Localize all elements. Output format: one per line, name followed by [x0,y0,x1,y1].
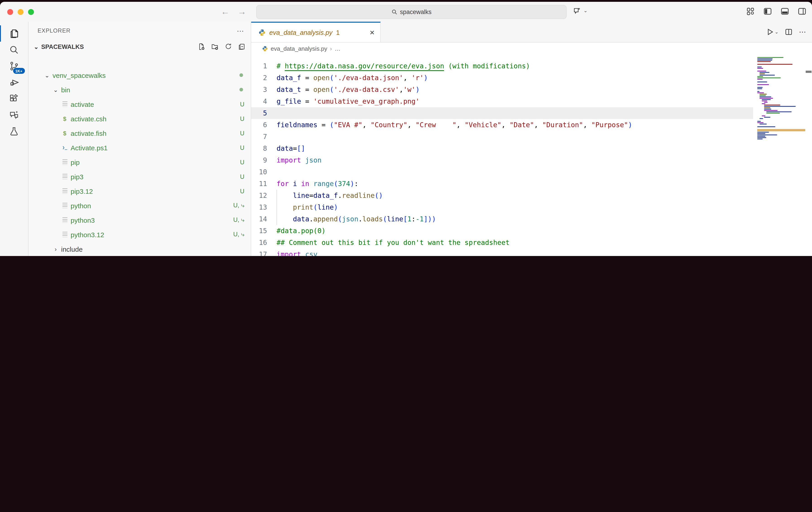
minimap-line [757,107,805,108]
back-icon[interactable]: ← [221,7,230,17]
views-more-actions-icon[interactable]: ⋯ [237,27,244,35]
tree-item[interactable]: python3U, ⤷ [29,213,251,227]
collapse-all-icon[interactable] [238,43,245,50]
tree-item[interactable]: pipU [29,155,251,169]
tree-item-label: pip3 [70,173,84,180]
editor-tab[interactable]: eva_data_analysis.py 1 ✕ [251,22,381,42]
line-content: print(line) [277,201,338,213]
minimap-line [757,66,805,67]
code-line[interactable]: 7 [251,131,753,143]
code-line[interactable]: 15#data.pop(0) [251,225,753,237]
split-editor-icon[interactable] [785,28,792,35]
code-line[interactable]: 5 [251,107,753,119]
toggle-panel-icon[interactable] [780,7,789,16]
code-line[interactable]: 12 line=data_f.readline() [251,190,753,201]
extensions-icon[interactable] [0,90,28,107]
chat-icon[interactable] [0,107,28,123]
search-icon[interactable] [0,41,28,58]
screen: ← → spacewalks ⌄ [0,0,812,256]
chevron-down-icon[interactable]: ⌄ [583,8,587,13]
minimap-line [757,99,805,100]
breadcrumb[interactable]: eva_data_analysis.py › … [251,42,812,54]
code-line[interactable]: 8data=[] [251,143,753,154]
minimap-line [757,96,805,97]
search-icon [391,9,397,15]
code-line[interactable]: 6fieldnames = ("EVA #", "Country", "Crew… [251,119,753,131]
line-number: 8 [251,143,271,154]
workspace-name: SPACEWALKS [41,43,84,50]
command-center-search[interactable]: spacewalks [256,5,567,19]
line-number: 10 [251,166,271,178]
tree-item-label: activate.csh [70,115,106,122]
zoom-window-button[interactable] [28,9,34,15]
minimize-window-button[interactable] [18,9,24,15]
minimap-line [757,84,805,85]
tree-item-label: venv_spacewalks [53,71,106,79]
minimap-line [757,79,805,80]
minimap-line [757,91,805,92]
forward-icon[interactable]: → [238,7,246,17]
tree-item[interactable]: $activate.fishU [29,126,251,140]
toggle-primary-sidebar-icon[interactable] [763,7,772,16]
code-editor[interactable]: 1# https://data.nasa.gov/resource/eva.js… [251,54,812,256]
breadcrumb-more[interactable]: … [335,45,341,52]
line-content: import csv [277,249,318,256]
copilot-chat-icon[interactable] [573,6,582,15]
code-line[interactable]: 1# https://data.nasa.gov/resource/eva.js… [251,60,753,72]
new-folder-icon[interactable] [211,43,219,50]
code-line[interactable]: 4g_file = 'cumulative_eva_graph.png' [251,95,753,107]
code-line[interactable]: 3data_t = open('./eva-data.csv','w') [251,84,753,95]
workspace-section-header[interactable]: ⌄ SPACEWALKS [29,40,251,53]
tree-item[interactable]: pip3.12U [29,184,251,198]
customize-layout-icon[interactable] [746,7,755,16]
minimap-line [757,86,805,86]
powershell-icon: ❯_ [61,145,68,150]
tree-item[interactable]: python3.12U, ⤷ [29,227,251,242]
minimap-line [757,123,805,124]
code-line[interactable]: 13 print(line) [251,201,753,213]
code-line[interactable]: 17import csv [251,249,753,256]
line-content: g_file = 'cumulative_eva_graph.png' [277,95,419,107]
new-file-icon[interactable] [198,43,205,50]
code-line[interactable]: 9import json [251,154,753,166]
source-control-icon[interactable]: 1K+ [0,58,28,74]
line-content: data_f = open('./eva-data.json', 'r') [277,72,428,84]
testing-beaker-icon[interactable] [0,123,28,139]
tree-item-label: bin [61,86,70,93]
tree-item[interactable]: activateU [29,97,251,111]
minimap-line [757,102,805,103]
run-debug-icon[interactable] [0,74,28,90]
explorer-icon[interactable] [0,25,28,41]
overview-ruler[interactable] [805,54,812,256]
chevron-right-icon: › [53,246,59,252]
tab-problems-badge: 1 [336,29,340,36]
refresh-icon[interactable] [225,43,232,50]
code-line[interactable]: 11for i in range(374): [251,178,753,190]
close-window-button[interactable] [7,9,13,15]
tree-item[interactable]: $activate.cshU [29,111,251,126]
close-tab-icon[interactable]: ✕ [370,29,375,36]
tree-item[interactable]: pythonU, ⤷ [29,198,251,213]
tree-item[interactable]: ⌄venv_spacewalks [29,68,251,82]
code-line[interactable]: 16## Comment out this bit if you don't w… [251,237,753,249]
tree-item-label: Activate.ps1 [70,144,108,151]
git-status-badge: U [240,115,244,122]
minimap-line [757,94,805,95]
minimap-line [757,73,805,74]
tree-item[interactable]: ›include [29,242,251,256]
code-line[interactable]: 2data_f = open('./eva-data.json', 'r') [251,72,753,84]
minimap[interactable] [757,57,805,140]
tree-item[interactable]: ⌄bin [29,82,251,97]
code-line[interactable]: 10 [251,166,753,178]
run-python-file-icon[interactable]: ⌄ [766,28,779,35]
file-icon [62,232,67,237]
code-line[interactable]: 14 data.append(json.loads(line[1:-1])) [251,213,753,225]
tree-item[interactable]: ❯_Activate.ps1U [29,140,251,155]
tree-item[interactable]: pip3U [29,169,251,184]
git-status-badge: U [240,173,244,180]
editor-more-actions-icon[interactable]: ⋯ [799,27,807,36]
breadcrumb-file[interactable]: eva_data_analysis.py [271,45,327,52]
git-status-badge: U, ⤷ [233,217,244,224]
minimap-line [757,80,805,81]
toggle-secondary-sidebar-icon[interactable] [798,7,807,16]
